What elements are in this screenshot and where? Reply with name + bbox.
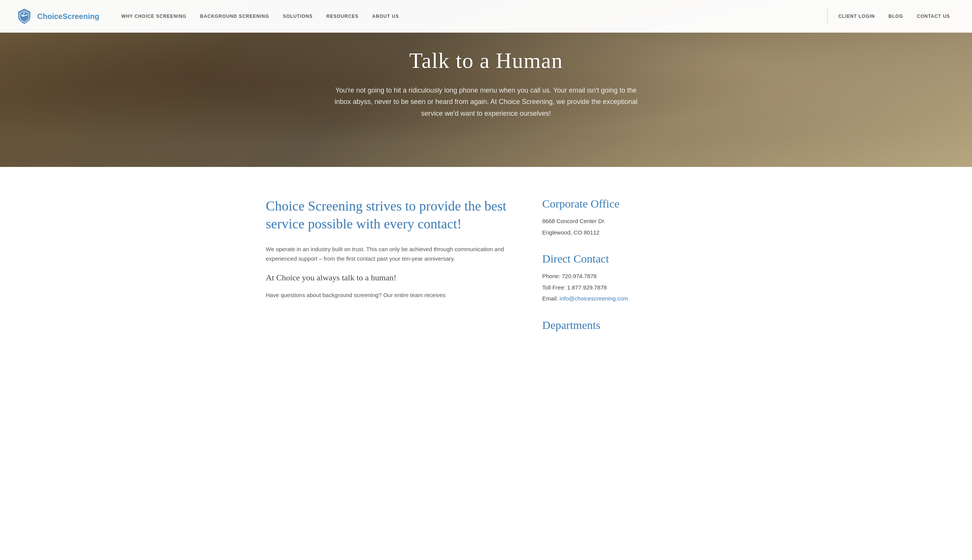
hero-title: Talk to a Human (334, 48, 638, 73)
hero-content: Talk to a Human You're not going to hit … (327, 48, 645, 120)
direct-contact-title: Direct Contact (542, 252, 706, 265)
left-paragraph2: Have questions about background screenin… (266, 290, 512, 300)
nav-resources[interactable]: RESOURCES (320, 14, 366, 19)
logo-text-choice: Choice (37, 12, 63, 20)
content-left: Choice Screening strives to provide the … (266, 197, 512, 338)
departments-block: Departments (542, 319, 706, 332)
direct-contact-email: Email: info@choicescreening.com (542, 294, 706, 303)
logo-text-screening: Screening (63, 12, 100, 20)
nav-about-us[interactable]: ABOUT US (365, 14, 406, 19)
content-right: Corporate Office 8668 Concord Center Dr.… (542, 197, 706, 338)
main-navigation: ChoiceScreening WHY CHOICE SCREENING BAC… (0, 0, 972, 33)
corporate-address-line2: Englewood, CO 80112 (542, 228, 706, 238)
email-link[interactable]: info@choicescreening.com (559, 295, 628, 302)
corporate-address-line1: 8668 Concord Center Dr. (542, 216, 706, 226)
hero-subtitle: You're not going to hit a ridiculously l… (334, 85, 638, 120)
logo-link[interactable]: ChoiceScreening (15, 7, 99, 25)
left-subheading: At Choice you always talk to a human! (266, 273, 512, 283)
nav-blog[interactable]: BLOG (882, 14, 910, 19)
corporate-office-block: Corporate Office 8668 Concord Center Dr.… (542, 197, 706, 237)
nav-solutions[interactable]: SOLUTIONS (276, 14, 320, 19)
nav-contact-us[interactable]: CONTACT US (910, 14, 957, 19)
nav-primary: WHY CHOICE SCREENING BACKGROUND SCREENIN… (114, 14, 823, 19)
left-heading: Choice Screening strives to provide the … (266, 197, 512, 233)
departments-title: Departments (542, 319, 706, 332)
main-content: Choice Screening strives to provide the … (220, 167, 752, 368)
nav-secondary: CLIENT LOGIN BLOG CONTACT US (832, 14, 957, 19)
email-label: Email: (542, 295, 559, 302)
left-paragraph1: We operate in an industry built on trust… (266, 244, 512, 264)
nav-background-screening[interactable]: BACKGROUND SCREENING (193, 14, 276, 19)
direct-contact-block: Direct Contact Phone: 720.974.7878 Toll … (542, 252, 706, 303)
nav-divider (827, 9, 828, 24)
corporate-office-title: Corporate Office (542, 197, 706, 210)
direct-contact-tollfree: Toll Free: 1.877.929.7878 (542, 283, 706, 293)
direct-contact-phone: Phone: 720.974.7878 (542, 271, 706, 281)
nav-client-login[interactable]: CLIENT LOGIN (832, 14, 882, 19)
logo-icon (15, 7, 33, 25)
nav-why-choice[interactable]: WHY CHOICE SCREENING (114, 14, 193, 19)
